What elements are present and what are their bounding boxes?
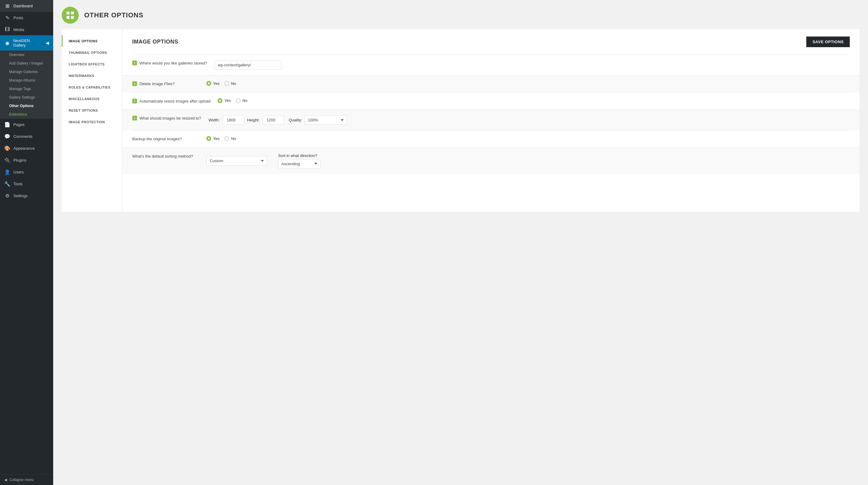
nav-lightbox-effects[interactable]: LIGHTBOX EFFECTS <box>62 58 122 70</box>
nav-miscellaneous[interactable]: MISCELLANEOUS <box>62 93 122 105</box>
svg-rect-0 <box>67 11 69 14</box>
chevron-icon: ◀ <box>45 40 49 45</box>
nav-roles-capabilities[interactable]: ROLES & CAPABILITIES <box>62 82 122 93</box>
page-title: OTHER OPTIONS <box>84 11 144 19</box>
size-group: Width: Height: <box>209 116 284 124</box>
option-gallery-path: i Where would you like galleries stored? <box>132 54 850 75</box>
section-title: IMAGE OPTIONS <box>132 39 178 45</box>
svg-rect-1 <box>71 11 74 14</box>
option-delete-files: i Delete Image Files? Yes No <box>122 75 860 92</box>
sidebar-sub-manage-albums[interactable]: Manage Albums <box>0 76 53 85</box>
collapse-icon: ◀ <box>4 478 7 482</box>
sidebar-item-label: Users <box>13 170 24 174</box>
option-resize-to: i What should images be resized to? Widt… <box>122 110 860 130</box>
plugins-icon: 🔌 <box>4 157 10 163</box>
option-control-sort: Custom Date Name ID Sort in what directi… <box>206 153 321 169</box>
nav-reset-options[interactable]: RESET OPTIONS <box>62 105 122 116</box>
info-icon-gallery-path: i <box>132 61 137 65</box>
main-content: OTHER OPTIONS IMAGE OPTIONS THUMBNAIL OP… <box>53 0 868 485</box>
radio-dot-no <box>224 81 229 86</box>
sort-direction-select[interactable]: Ascending Descending <box>278 159 321 169</box>
sidebar-item-comments[interactable]: 💬 Comments <box>0 131 53 142</box>
sidebar-item-posts[interactable]: ✎ Posts <box>0 12 53 24</box>
option-auto-resize: i Automatically resize images after uplo… <box>132 92 850 110</box>
radio-dot-yes <box>206 81 211 86</box>
sidebar-sub-overview[interactable]: Overview <box>0 51 53 59</box>
sidebar-sub-manage-galleries[interactable]: Manage Galleries <box>0 67 53 76</box>
option-control-gallery-path <box>215 60 281 70</box>
collapse-label: Collapse menu <box>9 478 34 482</box>
sidebar-item-users[interactable]: 👤 Users <box>0 166 53 178</box>
sidebar-sub-gallery-settings[interactable]: Gallery Settings <box>0 93 53 102</box>
option-backup: Backup the original images? Yes No <box>132 130 850 148</box>
option-control-backup: Yes No <box>206 136 236 141</box>
sort-direction-labels: Sort in what direction? Ascending Descen… <box>278 153 321 169</box>
option-control-delete-files: Yes No <box>206 81 236 86</box>
page-icon <box>62 7 79 24</box>
section-header: IMAGE OPTIONS SAVE OPTIONS <box>132 36 850 47</box>
sort-method-select[interactable]: Custom Date Name ID <box>206 156 267 166</box>
nextgen-submenu: Overview Add Gallery / Images Manage Gal… <box>0 51 53 119</box>
radio-dot-resize-no <box>236 98 241 103</box>
nextgen-icon: ◉ <box>4 40 10 46</box>
quality-label: Quality: <box>289 118 302 122</box>
option-label-auto-resize: i Automatically resize images after uplo… <box>132 98 210 104</box>
radio-dot-resize-yes <box>218 98 222 103</box>
sidebar-item-label: Dashboard <box>13 4 33 8</box>
sidebar-item-label: Comments <box>13 134 33 139</box>
sidebar-item-appearance[interactable]: 🎨 Appearance <box>0 142 53 154</box>
nav-watermarks[interactable]: WATERMARKS <box>62 70 122 82</box>
radio-delete-yes[interactable]: Yes <box>206 81 219 86</box>
radio-backup-no[interactable]: No <box>224 136 236 141</box>
dashboard-icon: ⊞ <box>4 3 10 9</box>
page-header: OTHER OPTIONS <box>53 0 868 29</box>
sidebar-item-label: Tools <box>13 182 23 186</box>
sidebar-item-settings[interactable]: ⚙ Settings <box>0 190 53 202</box>
height-input[interactable] <box>262 116 284 124</box>
sidebar-sub-extensions[interactable]: Extensions <box>0 110 53 119</box>
save-options-button[interactable]: SAVE OPTIONS <box>806 36 850 47</box>
sidebar-item-dashboard[interactable]: ⊞ Dashboard <box>0 0 53 12</box>
sidebar-sub-other-options[interactable]: Other Options <box>0 102 53 110</box>
option-label-delete-files: i Delete Image Files? <box>132 81 199 87</box>
sidebar-item-label: Appearance <box>13 146 35 151</box>
radio-backup-yes[interactable]: Yes <box>206 136 219 141</box>
comments-icon: 💬 <box>4 134 10 139</box>
info-icon-auto-resize: i <box>132 98 137 104</box>
quality-select[interactable]: 100% 90% 80% 70% <box>305 115 347 125</box>
posts-icon: ✎ <box>4 15 10 21</box>
sidebar-sub-manage-tags[interactable]: Manage Tags <box>0 85 53 93</box>
sidebar-item-nextgen[interactable]: ◉ NextGEN Gallery ◀ <box>0 35 53 51</box>
sidebar-item-label: Plugins <box>13 158 26 163</box>
right-content: IMAGE OPTIONS SAVE OPTIONS i Where would… <box>122 29 860 212</box>
sidebar-item-label: Media <box>13 27 24 32</box>
svg-rect-3 <box>71 16 74 19</box>
info-icon-delete-files: i <box>132 81 137 86</box>
nav-image-options[interactable]: IMAGE OPTIONS <box>62 35 122 47</box>
sidebar-sub-add-gallery[interactable]: Add Gallery / Images <box>0 59 53 67</box>
option-label-resize-to: i What should images be resized to? <box>132 115 201 121</box>
nav-thumbnail-options[interactable]: THUMBNAIL OPTIONS <box>62 47 122 58</box>
radio-resize-no[interactable]: No <box>236 98 248 103</box>
height-label: Height: <box>247 118 259 122</box>
radio-delete-no[interactable]: No <box>224 81 236 86</box>
radio-resize-yes[interactable]: Yes <box>218 98 231 103</box>
left-nav: IMAGE OPTIONS THUMBNAIL OPTIONS LIGHTBOX… <box>62 29 122 212</box>
sidebar-item-tools[interactable]: 🔧 Tools <box>0 178 53 190</box>
nav-image-protection[interactable]: IMAGE PROTECTION <box>62 116 122 128</box>
collapse-menu[interactable]: ◀ Collapse menu <box>0 474 53 485</box>
appearance-icon: 🎨 <box>4 145 10 151</box>
grid-icon <box>65 10 75 20</box>
sidebar-item-plugins[interactable]: 🔌 Plugins <box>0 154 53 166</box>
content-area: IMAGE OPTIONS THUMBNAIL OPTIONS LIGHTBOX… <box>62 29 860 212</box>
gallery-path-input[interactable] <box>215 60 281 70</box>
width-input[interactable] <box>223 116 244 124</box>
sidebar-item-media[interactable]: 🎞 Media <box>0 24 53 35</box>
option-control-resize-to: Width: Height: Quality: 100% 90% 80% 70% <box>209 115 347 125</box>
tools-icon: 🔧 <box>4 181 10 187</box>
sidebar-item-pages[interactable]: 📄 Pages <box>0 119 53 131</box>
media-icon: 🎞 <box>4 27 10 32</box>
settings-icon: ⚙ <box>4 193 10 199</box>
pages-icon: 📄 <box>4 122 10 127</box>
option-sort: What's the default sorting method? Custo… <box>122 148 860 174</box>
